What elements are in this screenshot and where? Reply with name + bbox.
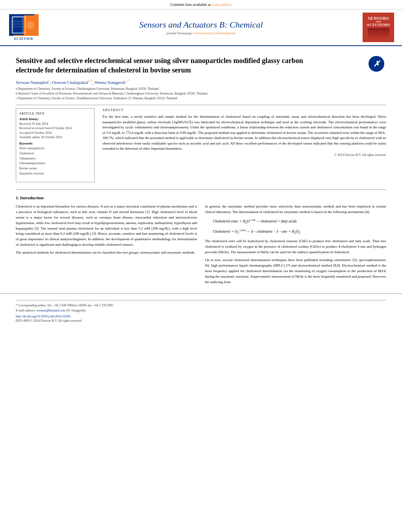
body-col1-text: Cholesterol is an important biomarker fo… [16,204,197,256]
divider-2 [16,189,386,190]
footnote-email: E-mail address: weenasi@hotmail.com (W. … [16,309,386,312]
sciencedirect-link[interactable]: ScienceDirect [212,3,231,7]
page-footer: * Corresponding author. Tel.: +66 2 649 … [0,293,402,326]
kw1: Silver nanoparticles [19,146,91,151]
affil-c: c Department of Chemistry, Faculty of Sc… [16,96,386,101]
issn-line: 0925-4005/© 2014 Elsevier B.V. All right… [16,319,386,323]
journal-name: Sensors and Actuators B: Chemical [39,20,363,30]
sensors-label: SENSORS [368,16,389,20]
authors-line: Siriwan Nantaphola, Orawon Chailapakula,… [16,79,386,85]
article-info-abstract: ARTICLE INFO Article history: Received 1… [16,108,386,186]
sensors-actuators-logo: SENSORS and AcTuators [363,13,394,42]
sensors-logo-image [368,28,389,39]
available-date: Available online 18 October 2014 [19,135,91,139]
affil-a: a Department of Chemistry, Faculty of Sc… [16,87,386,91]
history-label: Article history: [19,117,91,121]
author3-name: Weena Siangproh [95,80,125,84]
article-title: Sensitive and selective electrochemical … [16,56,323,75]
email-suffix: (W. Siangproh). [66,309,86,312]
abstract-heading: ABSTRACT [102,108,386,112]
footnote-star: * Corresponding author. Tel.: +66 2 649 … [16,304,386,307]
affiliations: a Department of Chemistry, Faculty of Sc… [16,87,386,101]
affil-b: b National Center of Excellent of Petrol… [16,91,386,96]
crossmark[interactable]: ✗ [367,54,386,74]
svg-rect-2 [12,17,23,33]
email-label: E-mail address: [16,309,35,312]
kw3: Voltammetry [19,156,91,161]
equation-2: Cholesterol + O2 ChOx→ 4 – cholestene – … [213,228,386,235]
col2-p3: Up to now, several cholesterol determina… [205,258,386,285]
keywords-list: Silver nanoparticles Cholesterol Voltamm… [19,146,91,176]
journal-homepage: journal homepage: www.elsevier.com/locat… [39,31,363,35]
equation-1: Cholesterol ester + H2O ChE→ cholesterol… [213,218,386,225]
divider-1 [16,105,386,105]
footer-divider [16,300,386,300]
article-info-heading: ARTICLE INFO [19,112,91,115]
history-section: Article history: Received 19 July 2014 R… [19,117,91,139]
col2-p2: The cholesterol ester will be hydrolyzed… [205,239,386,255]
journal-header: ELSEVIER Sensors and Actuators B: Chemic… [0,9,402,46]
kw4: Chronoamperometry [19,161,91,166]
received-date: Received 19 July 2014 [19,122,91,126]
footnote-text: * Corresponding author. Tel.: +66 2 649 … [16,304,114,307]
doi-text[interactable]: http://dx.doi.org/10.1016/j.snb.2014.10.… [16,315,71,318]
kw6: Enzymatic reaction [19,171,91,176]
crossmark-icon: ✗ [368,56,384,72]
article-info-box: ARTICLE INFO Article history: Received 1… [16,108,95,182]
kw2: Cholesterol [19,151,91,156]
col2-p1: In general, the enzymatic method provide… [205,204,386,215]
article-container: Sensitive and selective electrochemical … [0,46,402,293]
body-two-col: Cholesterol is an important biomarker fo… [16,204,386,287]
actuators-label: AcTuators [367,23,390,27]
keywords-section: Keywords: Silver nanoparticles Cholester… [19,142,91,176]
body-col2-text: In general, the enzymatic method provide… [205,204,386,285]
doi-line: http://dx.doi.org/10.1016/j.snb.2014.10.… [16,315,386,318]
homepage-label: journal homepage: [167,31,193,35]
accepted-date: Accepted 9 October 2014 [19,131,91,135]
journal-title-center: Sensors and Actuators B: Chemical journa… [39,20,363,35]
contents-label: Contents lists available at [170,2,210,7]
article-info-col: ARTICLE INFO Article history: Received 1… [16,108,95,186]
elsevier-logo: ELSEVIER [8,14,39,41]
abstract-col: ABSTRACT For the first time, a newly sen… [102,108,386,186]
title-row: Sensitive and selective electrochemical … [16,52,386,79]
abstract-text: For the first time, a newly sensitive an… [102,114,386,152]
author1-name: Siriwan Nantaphol [16,80,48,84]
homepage-url[interactable]: www.elsevier.com/locate/snb [194,31,235,35]
keywords-label: Keywords: [19,142,91,145]
elsevier-logo-box [9,14,39,36]
email-address[interactable]: weenasi@hotmail.com [36,309,65,312]
copyright-text: © 2014 Elsevier B.V. All rights reserved… [102,153,386,157]
body-col2: In general, the enzymatic method provide… [205,204,386,287]
section1-title: 1. Introduction [16,195,386,200]
svg-point-6 [26,21,34,29]
intro-p2: The analytical methods for cholesterol d… [16,250,197,256]
body-col1: Cholesterol is an important biomarker fo… [16,204,197,287]
received-revised-date: Received in revised form 8 October 2014 [19,126,91,130]
elsevier-name: ELSEVIER [14,37,33,41]
kw5: Bovine serum [19,166,91,171]
contents-bar: Contents lists available at ScienceDirec… [39,2,363,7]
author2-name: Orawon Chailapakul [52,80,88,84]
top-bar: Contents lists available at ScienceDirec… [0,0,402,9]
intro-p1: Cholesterol is an important biomarker fo… [16,204,197,248]
